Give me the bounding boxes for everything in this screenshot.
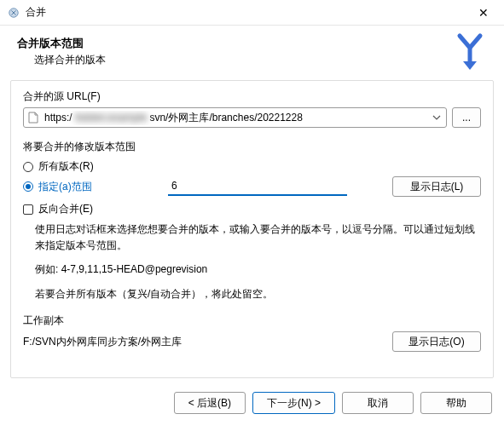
revision-range-input[interactable]	[168, 177, 347, 196]
radio-specific-label: 指定(a)范围	[38, 180, 92, 194]
help-button[interactable]: 帮助	[420, 392, 492, 414]
radio-icon	[23, 162, 33, 172]
main-panel: 合并的源 URL(F) https:/ hidden.example svn/外…	[10, 80, 494, 378]
show-log-o-button[interactable]: 显示日志(O)	[392, 331, 481, 352]
page-subtitle: 选择合并的版本	[34, 53, 449, 67]
help-text-1: 使用日志对话框来选择您想要合并的版本，或输入要合并的版本号，以逗号分隔。可以通过…	[35, 221, 481, 254]
source-url-label: 合并的源 URL(F)	[23, 89, 481, 104]
example-text: 例如: 4-7,9,11,15-HEAD@pegrevision	[35, 262, 481, 277]
working-copy-label: 工作副本	[23, 313, 481, 328]
back-button[interactable]: < 后退(B)	[174, 392, 246, 414]
window-title: 合并	[26, 5, 470, 20]
title-bar: 合并 ✕	[0, 0, 504, 26]
browse-button[interactable]: ...	[452, 107, 481, 128]
checkbox-reverse-merge[interactable]: 反向合并(E)	[23, 202, 481, 216]
wizard-footer: < 后退(B) 下一步(N) > 取消 帮助	[0, 378, 504, 414]
wizard-header: 合并版本范围 选择合并的版本	[0, 26, 504, 77]
close-button[interactable]: ✕	[470, 6, 497, 20]
app-icon	[7, 6, 20, 20]
show-log-l-button[interactable]: 显示日志(L)	[392, 176, 481, 197]
working-copy-path: F:/SVN内外网库同步方案/外网主库	[23, 335, 392, 349]
page-title: 合并版本范围	[17, 36, 449, 51]
cancel-button[interactable]: 取消	[342, 392, 414, 414]
source-url-text: https:/ hidden.example svn/外网主库/branches…	[44, 111, 426, 125]
radio-icon	[23, 181, 33, 192]
chevron-down-icon[interactable]	[431, 115, 443, 120]
checkbox-icon	[23, 204, 33, 215]
help-text-2: 若要合并所有版本（复兴/自动合并），将此处留空。	[35, 287, 481, 302]
next-button[interactable]: 下一步(N) >	[252, 392, 335, 414]
merge-icon	[449, 32, 490, 73]
radio-all-revisions[interactable]: 所有版本(R)	[23, 159, 481, 174]
checkbox-reverse-label: 反向合并(E)	[38, 202, 93, 216]
source-url-combo[interactable]: https:/ hidden.example svn/外网主库/branches…	[23, 107, 447, 128]
radio-all-label: 所有版本(R)	[38, 159, 94, 174]
range-group-label: 将要合并的修改版本范围	[23, 140, 481, 154]
radio-specific-range[interactable]: 指定(a)范围	[23, 180, 168, 194]
document-icon	[27, 112, 39, 124]
